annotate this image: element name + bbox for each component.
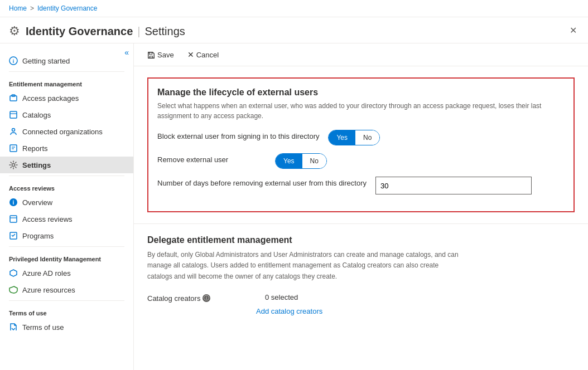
svg-text:i: i <box>13 59 15 64</box>
getting-started-icon: i <box>9 56 18 65</box>
days-control <box>375 177 532 194</box>
block-toggle-control: Yes No <box>328 130 380 145</box>
close-button[interactable]: ✕ <box>567 23 579 38</box>
days-input[interactable] <box>375 177 532 194</box>
settings-label: Settings <box>22 161 51 169</box>
catalogs-label: Catalogs <box>22 111 51 119</box>
toolbar: Save ✕ Cancel <box>134 43 588 66</box>
divider-terms <box>9 300 124 301</box>
access-packages-icon <box>9 94 18 103</box>
remove-no-option[interactable]: No <box>302 154 326 168</box>
access-packages-label: Access packages <box>22 94 79 103</box>
sidebar-collapse-button[interactable]: « <box>124 48 129 57</box>
remove-external-user-label: Remove external user <box>157 153 266 164</box>
sidebar: « i Getting started Entitlement manageme… <box>0 43 134 370</box>
page-subtitle: Settings <box>144 25 185 38</box>
delegate-section: Delegate entitlement management By defau… <box>134 224 588 327</box>
terms-of-use-label: Terms of use <box>22 323 64 332</box>
breadcrumb-separator: > <box>30 4 34 12</box>
cancel-icon: ✕ <box>187 50 194 59</box>
remove-external-user-row: Remove external user Yes No <box>157 153 565 169</box>
connected-organizations-label: Connected organizations <box>22 128 103 136</box>
sidebar-item-azure-resources[interactable]: Azure resources <box>0 281 133 298</box>
svg-rect-13 <box>10 216 17 222</box>
title-divider: | <box>137 25 140 38</box>
delegate-desc: By default, only Global Administrators a… <box>147 250 460 282</box>
catalog-creators-value: 0 selected <box>265 293 298 301</box>
section-terms-label: Terms of use <box>0 303 133 319</box>
block-no-option[interactable]: No <box>355 130 379 145</box>
manage-lifecycle-box: Manage the lifecycle of external users S… <box>147 77 575 212</box>
breadcrumb-home[interactable]: Home <box>9 4 27 12</box>
breadcrumb: Home > Identity Governance <box>9 4 97 12</box>
block-yes-option[interactable]: Yes <box>329 130 355 145</box>
settings-icon <box>9 160 18 169</box>
getting-started-label: Getting started <box>22 57 70 65</box>
divider-access-reviews <box>9 176 124 176</box>
overview-label: Overview <box>22 198 52 207</box>
page-header: ⚙ Identity Governance | Settings ✕ <box>0 17 588 43</box>
divider-pim <box>9 246 124 247</box>
catalog-creators-info-icon[interactable]: ⓘ <box>203 294 210 302</box>
connected-organizations-icon <box>9 127 18 136</box>
overview-icon: i <box>9 198 18 207</box>
svg-rect-7 <box>10 145 17 152</box>
content-area: Save ✕ Cancel Manage the lifecycle of ex… <box>134 43 588 370</box>
svg-point-6 <box>12 129 15 132</box>
catalog-creators-label: Catalog creators ⓘ <box>147 293 256 303</box>
page-title-main: Identity Governance <box>26 25 133 38</box>
remove-yes-option[interactable]: Yes <box>276 154 302 168</box>
manage-lifecycle-section: Manage the lifecycle of external users S… <box>134 66 588 224</box>
days-label: Number of days before removing external … <box>157 177 367 187</box>
sidebar-item-catalogs[interactable]: Catalogs <box>0 106 133 123</box>
top-bar: Home > Identity Governance <box>0 0 588 17</box>
azure-ad-roles-label: Azure AD roles <box>22 269 71 278</box>
remove-toggle-group[interactable]: Yes No <box>275 153 327 169</box>
days-row: Number of days before removing external … <box>157 177 565 194</box>
sidebar-item-programs[interactable]: Programs <box>0 227 133 244</box>
programs-icon <box>9 231 18 240</box>
save-icon <box>147 50 155 59</box>
catalog-creators-row: Catalog creators ⓘ 0 selected <box>147 293 575 303</box>
terms-of-use-icon <box>9 323 18 332</box>
svg-text:i: i <box>13 199 15 206</box>
section-pim-label: Privileged Identity Management <box>0 249 133 265</box>
azure-ad-roles-icon <box>9 269 18 278</box>
delegate-title: Delegate entitlement management <box>147 235 575 245</box>
sidebar-item-connected-organizations[interactable]: Connected organizations <box>0 123 133 140</box>
remove-toggle-control: Yes No <box>275 153 327 169</box>
section-entitlement-label: Entitlement management <box>0 74 133 90</box>
sidebar-item-terms-of-use[interactable]: Terms of use <box>0 319 133 335</box>
save-label: Save <box>157 51 174 59</box>
reports-icon <box>9 144 18 153</box>
save-button[interactable]: Save <box>145 48 176 61</box>
block-toggle-group[interactable]: Yes No <box>328 130 380 145</box>
manage-lifecycle-title: Manage the lifecycle of external users <box>157 87 565 98</box>
add-catalog-creators-link[interactable]: Add catalog creators <box>256 307 575 315</box>
svg-point-10 <box>12 164 15 167</box>
sidebar-item-settings[interactable]: Settings <box>0 157 133 173</box>
breadcrumb-current[interactable]: Identity Governance <box>37 4 97 12</box>
sidebar-item-overview[interactable]: i Overview <box>0 194 133 211</box>
sidebar-item-access-reviews[interactable]: Access reviews <box>0 211 133 227</box>
access-reviews-icon <box>9 215 18 223</box>
sidebar-item-azure-ad-roles[interactable]: Azure AD roles <box>0 265 133 281</box>
sidebar-item-reports[interactable]: Reports <box>0 140 133 157</box>
sidebar-item-getting-started[interactable]: i Getting started <box>0 52 133 69</box>
cancel-button[interactable]: ✕ Cancel <box>185 48 221 61</box>
programs-label: Programs <box>22 232 54 240</box>
catalogs-icon <box>9 110 18 119</box>
access-reviews-label: Access reviews <box>22 215 73 223</box>
azure-resources-label: Azure resources <box>22 286 75 294</box>
block-external-user-label: Block external user from signing in to t… <box>157 130 319 140</box>
svg-marker-16 <box>10 270 17 276</box>
reports-label: Reports <box>22 144 48 153</box>
main-layout: « i Getting started Entitlement manageme… <box>0 43 588 370</box>
cancel-label: Cancel <box>196 51 219 59</box>
svg-rect-4 <box>10 111 17 118</box>
sidebar-item-access-packages[interactable]: Access packages <box>0 90 133 106</box>
manage-lifecycle-desc: Select what happens when an external use… <box>157 101 565 121</box>
section-access-reviews-label: Access reviews <box>0 178 133 194</box>
gear-icon: ⚙ <box>9 24 20 38</box>
azure-resources-icon <box>9 285 18 294</box>
